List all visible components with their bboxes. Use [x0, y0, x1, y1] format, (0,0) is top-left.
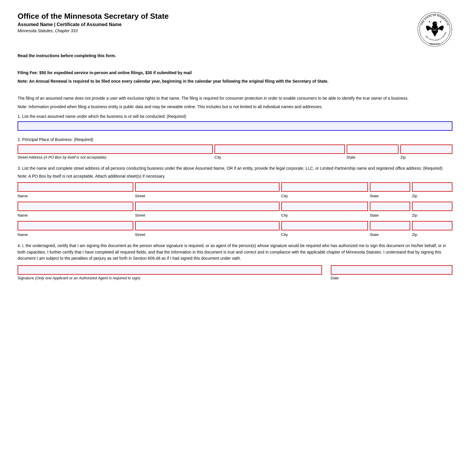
street-note: (A PO Box by itself is not acceptable) — [44, 155, 106, 159]
zip-col-2 — [412, 202, 452, 211]
filing-fee-text: Filing Fee: $50 for expedited service in… — [18, 70, 452, 76]
zip-label-2: Zip — [412, 213, 417, 217]
svg-marker-6 — [437, 24, 439, 25]
street-input-2[interactable] — [135, 202, 280, 211]
state-col — [347, 144, 399, 154]
svg-text:GREAT SEAL: GREAT SEAL — [430, 43, 440, 45]
statute: Minnesota Statutes, Chapter 333 — [18, 28, 169, 33]
person-labels-3: Name Street City State Zip — [18, 232, 452, 237]
name-input-1[interactable] — [18, 182, 133, 192]
person-labels-2: Name Street City State Zip — [18, 213, 452, 217]
section2: 2. Principal Place of Business: (Require… — [18, 137, 452, 159]
street-col-2 — [135, 202, 280, 211]
state-seal: THE STATE OF MINNESOTA MNI SOTA MAKO ♦ M… — [417, 12, 452, 47]
address-labels-row: Street Address (A PO Box by itself is no… — [18, 155, 452, 159]
name-label-2: Name — [18, 213, 28, 217]
state-input-2[interactable] — [370, 202, 410, 211]
signature-label: Signature — [18, 276, 34, 280]
person-row-1 — [18, 182, 452, 192]
signature-row: Signature (Only one Applicant or an Auth… — [18, 265, 452, 280]
city-label-2: City — [281, 213, 288, 217]
street-label-3: Street — [135, 232, 145, 237]
zip-col-1 — [412, 182, 452, 192]
section3-label: 3. List the name and complete street add… — [18, 165, 452, 171]
svg-text:★: ★ — [440, 21, 442, 23]
zip-input-3[interactable] — [412, 221, 452, 230]
street-col — [18, 144, 213, 154]
state-input-1[interactable] — [370, 182, 410, 192]
state-label-col: State — [347, 155, 399, 159]
instructions-section: Read the instructions before completing … — [18, 53, 452, 110]
person-labels-1: Name Street City State Zip — [18, 193, 452, 198]
paragraph1: The filing of an assumed name does not p… — [18, 95, 452, 101]
name-input-2[interactable] — [18, 202, 133, 211]
date-label: Date — [331, 276, 339, 280]
header: Office of the Minnesota Secretary of Sta… — [18, 12, 452, 47]
main-title: Office of the Minnesota Secretary of Sta… — [18, 12, 169, 21]
zip-col-3 — [412, 221, 452, 230]
section2-label: 2. Principal Place of Business: (Require… — [18, 137, 452, 143]
state-col-3 — [370, 221, 410, 230]
state-input[interactable] — [347, 144, 399, 154]
section3-note: Note: A PO Box by itself is not acceptab… — [18, 173, 452, 179]
zip-input-1[interactable] — [412, 182, 452, 192]
person-row-3 — [18, 221, 452, 230]
section4: 4. I, the undersigned, certify that I am… — [18, 243, 452, 280]
state-label-3: State — [370, 232, 379, 237]
name-label-3: Name — [18, 232, 28, 237]
street-label: Street Address (A PO Box by itself is no… — [18, 155, 106, 159]
city-col-2 — [281, 202, 368, 211]
street-label-col: Street Address (A PO Box by itself is no… — [18, 155, 213, 159]
zip-input-2[interactable] — [412, 202, 452, 211]
street-input-1[interactable] — [135, 182, 280, 192]
city-col — [214, 144, 345, 154]
section1-label: 1. List the exact assumed name under whi… — [18, 113, 452, 120]
zip-label-3: Zip — [412, 232, 417, 237]
date-input[interactable] — [331, 265, 452, 275]
header-text: Office of the Minnesota Secretary of Sta… — [18, 12, 169, 33]
svg-text:★: ★ — [428, 21, 430, 23]
city-col-1 — [281, 182, 368, 192]
zip-input[interactable] — [400, 144, 452, 154]
city-col-3 — [281, 221, 368, 230]
street-label-1: Street — [135, 194, 145, 198]
street-input-3[interactable] — [135, 221, 280, 230]
name-input-3[interactable] — [18, 221, 133, 230]
state-col-2 — [370, 202, 410, 211]
section4-text: 4. I, the undersigned, certify that I am… — [18, 243, 452, 262]
date-col: Date — [331, 265, 452, 280]
assumed-name-input[interactable] — [18, 121, 452, 131]
city-label: City — [214, 155, 221, 159]
street-address-input[interactable] — [18, 144, 213, 154]
zip-col — [400, 144, 452, 154]
svg-point-7 — [436, 23, 437, 24]
zip-label-1: Zip — [412, 194, 417, 198]
city-input-3[interactable] — [281, 221, 368, 230]
person-row-2 — [18, 202, 452, 211]
name-label-1: Name — [18, 194, 28, 198]
address-fields-row — [18, 144, 452, 154]
name-col-3 — [18, 221, 133, 230]
signature-col: Signature (Only one Applicant or an Auth… — [18, 265, 322, 280]
city-input-2[interactable] — [281, 202, 368, 211]
read-instructions-text: Read the instructions before completing … — [18, 53, 452, 59]
name-col-1 — [18, 182, 133, 192]
state-label-1: State — [370, 194, 379, 198]
street-label-2: Street — [135, 213, 145, 217]
zip-label: Zip — [400, 155, 406, 159]
city-input-1[interactable] — [281, 182, 368, 192]
section1: 1. List the exact assumed name under whi… — [18, 113, 452, 131]
subtitle: Assumed Name | Certificate of Assumed Na… — [18, 22, 169, 27]
paragraph2: Note: Information provided when filing a… — [18, 104, 452, 110]
signature-input[interactable] — [18, 265, 322, 275]
city-input[interactable] — [214, 144, 345, 154]
name-col-2 — [18, 202, 133, 211]
zip-label-col: Zip — [400, 155, 452, 159]
annual-renewal-note: Note: An Annual Renewal is required to b… — [18, 78, 452, 84]
svg-point-5 — [432, 21, 437, 26]
state-input-3[interactable] — [370, 221, 410, 230]
city-label-1: City — [281, 194, 288, 198]
city-label-3: City — [281, 232, 288, 237]
signature-note: (Only one Applicant or an Authorized Age… — [35, 276, 140, 280]
state-label-2: State — [370, 213, 379, 217]
